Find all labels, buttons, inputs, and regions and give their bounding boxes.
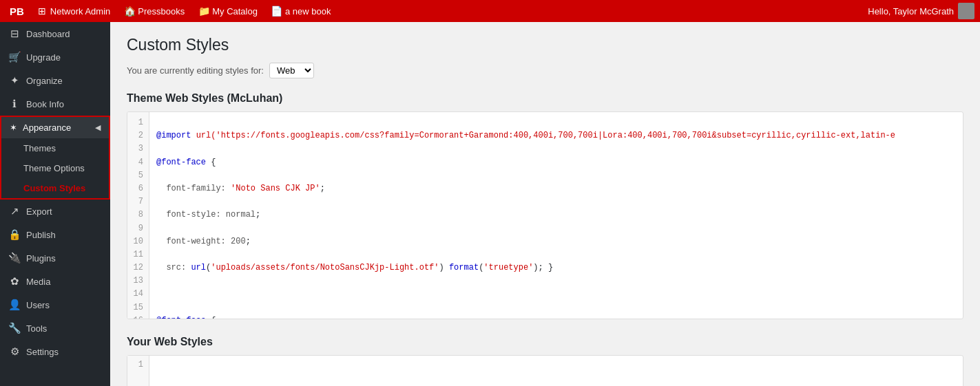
editing-bar: You are currently editing styles for: We… <box>127 63 963 78</box>
wrapper: ⊟ Dashboard 🛒 Upgrade ✦ Organize ℹ Book … <box>0 22 980 386</box>
sidebar-label-appearance: Appearance <box>23 122 71 133</box>
sidebar-item-upgrade[interactable]: 🛒 Upgrade <box>0 45 110 69</box>
organize-icon: ✦ <box>8 74 21 87</box>
style-type-select[interactable]: Web PDF ePub <box>269 63 314 78</box>
sidebar: ⊟ Dashboard 🛒 Upgrade ✦ Organize ℹ Book … <box>0 22 110 386</box>
sidebar-item-custom-styles[interactable]: Custom Styles <box>1 178 109 198</box>
sidebar-item-tools[interactable]: 🔧 Tools <box>0 317 110 340</box>
sidebar-label-settings: Settings <box>26 347 59 357</box>
theme-options-label: Theme Options <box>23 163 85 173</box>
sidebar-label-media: Media <box>26 277 50 287</box>
plugins-icon: 🔌 <box>8 252 21 264</box>
avatar <box>958 3 974 19</box>
your-styles-editor: 1 <box>127 355 963 386</box>
book-info-icon: ℹ <box>8 98 21 110</box>
theme-styles-editor: 12345 678910 1112131415 16 @import url('… <box>127 111 963 319</box>
pressbooks-link[interactable]: 🏠 Pressbooks <box>118 0 190 22</box>
my-catalog-link[interactable]: 📁 My Catalog <box>193 0 263 22</box>
themes-label: Themes <box>23 143 56 153</box>
sidebar-label-book-info: Book Info <box>26 99 64 109</box>
users-icon: 👤 <box>8 299 21 311</box>
settings-icon: ⚙ <box>8 345 21 358</box>
code-content: 12345 678910 1112131415 16 @import url('… <box>127 112 963 319</box>
page-title: Custom Styles <box>127 36 963 54</box>
top-bar-left: PB ⊞ Network Admin 🏠 Pressbooks 📁 My Cat… <box>6 0 868 22</box>
top-bar-right: Hello, Taylor McGrath <box>868 3 974 19</box>
appearance-icon: ✶ <box>10 122 17 133</box>
sidebar-item-media[interactable]: ✿ Media <box>0 270 110 293</box>
pb-logo[interactable]: PB <box>6 6 28 17</box>
sidebar-label-publish: Publish <box>26 230 56 240</box>
network-admin-label: Network Admin <box>50 6 110 17</box>
your-styles-line-numbers: 1 <box>127 356 149 386</box>
media-icon: ✿ <box>8 275 21 288</box>
theme-styles-heading: Theme Web Styles (McLuhan) <box>127 92 963 105</box>
upgrade-icon: 🛒 <box>8 51 21 63</box>
sidebar-item-dashboard[interactable]: ⊟ Dashboard <box>0 22 110 45</box>
sidebar-label-plugins: Plugins <box>26 253 56 264</box>
your-styles-content[interactable] <box>149 356 963 386</box>
code-text: @import url('https://fonts.googleapis.co… <box>149 112 963 319</box>
custom-styles-label: Custom Styles <box>23 183 85 193</box>
appearance-submenu: Themes Theme Options Custom Styles <box>1 138 109 198</box>
appearance-header[interactable]: ✶ Appearance ◀ <box>1 117 109 138</box>
main-content: Custom Styles You are currently editing … <box>110 22 980 386</box>
sidebar-label-tools: Tools <box>26 323 47 334</box>
catalog-icon: 📁 <box>198 6 209 17</box>
appearance-header-left: ✶ Appearance <box>10 122 71 133</box>
sidebar-item-themes[interactable]: Themes <box>1 138 109 158</box>
sidebar-label-dashboard: Dashboard <box>26 29 70 39</box>
pressbooks-label: Pressbooks <box>138 6 185 17</box>
sidebar-item-book-info[interactable]: ℹ Book Info <box>0 92 110 116</box>
sidebar-item-theme-options[interactable]: Theme Options <box>1 158 109 178</box>
sidebar-label-export: Export <box>26 206 52 217</box>
book-label: a new book <box>285 6 331 17</box>
export-icon: ↗ <box>8 205 21 217</box>
sidebar-item-settings[interactable]: ⚙ Settings <box>0 340 110 363</box>
sidebar-item-users[interactable]: 👤 Users <box>0 293 110 317</box>
book-link[interactable]: 📄 a new book <box>266 0 337 22</box>
sidebar-item-publish[interactable]: 🔒 Publish <box>0 223 110 246</box>
line-numbers: 12345 678910 1112131415 16 <box>127 112 149 319</box>
my-catalog-label: My Catalog <box>212 6 258 17</box>
chevron-icon: ◀ <box>95 123 101 132</box>
publish-icon: 🔒 <box>8 228 21 241</box>
tools-icon: 🔧 <box>8 322 21 334</box>
appearance-section: ✶ Appearance ◀ Themes Theme Options Cust… <box>0 116 110 200</box>
sidebar-item-export[interactable]: ↗ Export <box>0 200 110 223</box>
dashboard-icon: ⊟ <box>8 28 21 40</box>
book-icon: 📄 <box>271 6 282 17</box>
network-admin-icon: ⊞ <box>37 6 48 17</box>
sidebar-item-organize[interactable]: ✦ Organize <box>0 69 110 92</box>
sidebar-item-plugins[interactable]: 🔌 Plugins <box>0 246 110 270</box>
sidebar-label-organize: Organize <box>26 76 63 86</box>
your-styles-heading: Your Web Styles <box>127 336 963 348</box>
sidebar-label-upgrade: Upgrade <box>26 52 61 63</box>
top-bar: PB ⊞ Network Admin 🏠 Pressbooks 📁 My Cat… <box>0 0 980 22</box>
greeting-text: Hello, Taylor McGrath <box>868 6 954 17</box>
home-icon: 🏠 <box>124 6 135 17</box>
network-admin-link[interactable]: ⊞ Network Admin <box>31 0 116 22</box>
editing-label: You are currently editing styles for: <box>127 65 264 76</box>
sidebar-label-users: Users <box>26 300 50 310</box>
